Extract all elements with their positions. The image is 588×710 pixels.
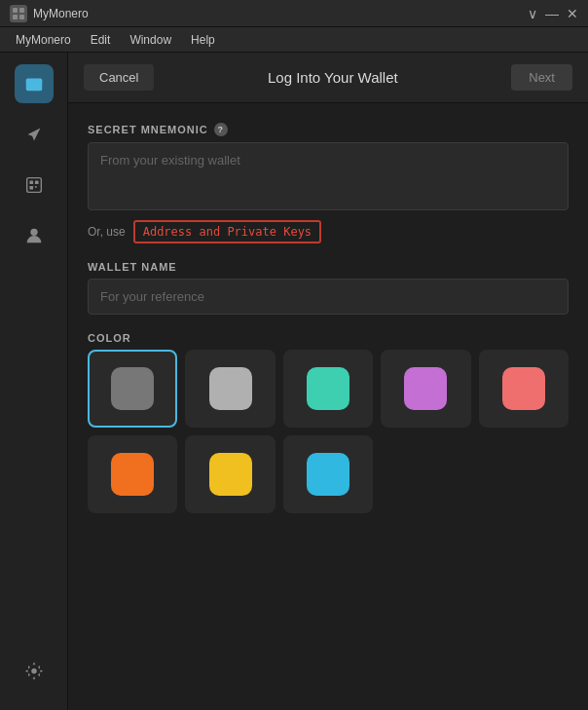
- app-logo: [10, 5, 27, 22]
- header-bar: Cancel Log Into Your Wallet Next: [68, 53, 588, 103]
- sidebar-item-settings[interactable]: [15, 652, 54, 691]
- svg-rect-3: [19, 15, 24, 19]
- app-body: Cancel Log Into Your Wallet Next SECRET …: [0, 53, 588, 710]
- sidebar: [0, 53, 68, 710]
- form-area: SECRET MNEMONIC ? Or, use Address and Pr…: [68, 103, 588, 533]
- minimize-chevron-icon[interactable]: ∨: [528, 7, 537, 20]
- wallet-name-label: WALLET NAME: [88, 261, 569, 273]
- svg-point-11: [31, 668, 37, 674]
- titlebar-controls[interactable]: ∨ — ✕: [528, 7, 578, 20]
- cancel-button[interactable]: Cancel: [84, 64, 154, 91]
- page-title: Log Into Your Wallet: [268, 69, 398, 86]
- menu-help[interactable]: Help: [183, 30, 223, 50]
- wallet-name-input[interactable]: [88, 279, 569, 315]
- color-inner-salmon: [502, 367, 545, 410]
- color-swatch-teal[interactable]: [283, 350, 373, 428]
- color-swatch-yellow[interactable]: [185, 435, 275, 513]
- color-swatch-orange[interactable]: [88, 435, 177, 513]
- svg-rect-1: [19, 8, 24, 13]
- color-inner-purple: [404, 367, 447, 410]
- alt-link[interactable]: Address and Private Keys: [133, 220, 321, 243]
- close-icon[interactable]: ✕: [567, 7, 578, 20]
- menubar: MyMonero Edit Window Help: [0, 27, 588, 53]
- titlebar-left: MyMonero: [10, 5, 89, 22]
- color-swatch-gray[interactable]: [88, 350, 177, 428]
- or-row: Or, use Address and Private Keys: [88, 220, 569, 243]
- or-text: Or, use: [88, 225, 126, 239]
- next-button[interactable]: Next: [511, 64, 572, 91]
- color-swatch-empty-1: [381, 435, 470, 513]
- mnemonic-help-icon[interactable]: ?: [214, 123, 228, 136]
- sidebar-item-wallet[interactable]: [15, 64, 54, 103]
- color-inner-teal: [307, 367, 349, 410]
- color-swatch-silver[interactable]: [185, 350, 275, 428]
- svg-rect-9: [34, 186, 36, 188]
- color-grid-row1: [88, 350, 569, 428]
- color-swatch-empty-2: [479, 435, 569, 513]
- sidebar-item-request[interactable]: [15, 166, 54, 205]
- menu-window[interactable]: Window: [122, 30, 179, 50]
- sidebar-bottom: [15, 652, 54, 698]
- mnemonic-section: SECRET MNEMONIC ? Or, use Address and Pr…: [88, 123, 569, 243]
- menu-mymonero[interactable]: MyMonero: [8, 30, 79, 50]
- color-inner-silver: [209, 367, 252, 410]
- color-section: COLOR: [88, 332, 569, 513]
- svg-rect-8: [29, 186, 33, 190]
- main-content: Cancel Log Into Your Wallet Next SECRET …: [68, 53, 588, 710]
- color-swatch-purple[interactable]: [381, 350, 470, 428]
- mnemonic-input[interactable]: [88, 142, 569, 210]
- svg-rect-7: [34, 180, 38, 184]
- color-label: COLOR: [88, 332, 569, 344]
- sidebar-item-send[interactable]: [15, 115, 54, 154]
- svg-point-10: [30, 229, 37, 236]
- color-inner-cyan: [307, 453, 349, 496]
- minimize-icon[interactable]: —: [545, 7, 559, 20]
- svg-rect-6: [29, 180, 33, 184]
- svg-rect-2: [13, 15, 18, 19]
- menu-edit[interactable]: Edit: [83, 30, 119, 50]
- color-grid-row2: [88, 435, 569, 513]
- svg-rect-0: [13, 8, 18, 13]
- color-inner-yellow: [209, 453, 252, 496]
- mnemonic-label: SECRET MNEMONIC ?: [88, 123, 569, 136]
- wallet-name-section: WALLET NAME: [88, 261, 569, 315]
- sidebar-item-contacts[interactable]: [15, 216, 54, 255]
- color-inner-gray: [111, 367, 154, 410]
- svg-rect-4: [25, 79, 42, 92]
- titlebar: MyMonero ∨ — ✕: [0, 0, 588, 27]
- color-swatch-cyan[interactable]: [283, 435, 373, 513]
- color-inner-orange: [111, 453, 154, 496]
- app-title: MyMonero: [33, 7, 89, 20]
- svg-rect-5: [26, 178, 41, 193]
- color-swatch-salmon[interactable]: [479, 350, 569, 428]
